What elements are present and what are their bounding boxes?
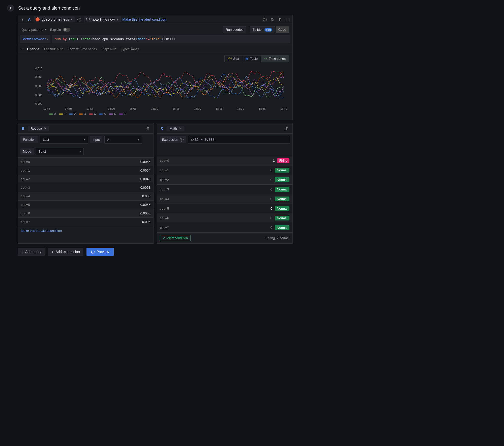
table-row: cpu=10.0054 [18,166,154,175]
explain-toggle[interactable] [63,28,70,32]
delete-query-button[interactable]: 🗑 [277,16,283,22]
svg-text:0.008: 0.008 [35,76,42,79]
query-help-button[interactable]: ? [262,16,268,22]
row-value: 1 [273,159,275,162]
svg-text:18:25: 18:25 [216,107,223,110]
viz-stat-tab[interactable]: 12.4━ Stat [225,55,242,62]
delete-panel-c-button[interactable]: 🗑 [284,125,290,131]
legend-item[interactable]: 5 [99,112,106,116]
legend-label: 2 [74,112,76,116]
legend-item[interactable]: 4 [89,112,96,116]
table-row: cpu=00.0066 [18,157,154,166]
status-badge: Normal [275,177,289,182]
explain-label: Explain [50,28,61,32]
legend-label: 3 [84,112,86,116]
table-row: cpu=30.0058 [18,183,154,192]
svg-text:0.010: 0.010 [35,67,42,70]
viz-timeseries-tab[interactable]: 〰 Time series [261,55,289,62]
row-key: cpu=1 [160,168,169,172]
legend-item[interactable]: 1 [59,112,66,116]
status-badge: Normal [275,206,289,211]
duplicate-query-button[interactable]: ⧉ [269,16,275,22]
svg-text:0.004: 0.004 [35,93,42,96]
datasource-name: gdev-prometheus [42,17,69,21]
stat-icon: 12.4━ [228,57,232,60]
make-alert-condition-link[interactable]: Make this the alert condition [122,17,166,21]
row-value: 0.0056 [140,203,151,207]
legend-swatch [59,114,63,115]
svg-text:17:50: 17:50 [65,107,72,110]
table-row: cpu=70.006 [18,217,154,226]
panel-b-name: Reduce [31,127,42,130]
legend-swatch [79,114,83,115]
row-value: 0.005 [142,194,151,198]
run-queries-button[interactable]: Run queries [223,26,246,33]
chevron-down-icon: ▾ [79,150,81,153]
svg-text:18:10: 18:10 [151,107,158,110]
drag-handle[interactable]: ⋮⋮ [284,16,290,22]
builder-tab[interactable]: Builder Beta [250,26,275,33]
beta-badge: Beta [264,28,272,32]
mode-select[interactable]: Strict ▾ [36,148,84,155]
row-value: 0.0058 [140,186,151,189]
panel-c-letter: C [160,126,165,130]
add-expression-button[interactable]: Add expression [48,248,83,256]
input-select[interactable]: A ▾ [104,136,142,144]
legend-swatch [109,114,113,115]
viz-table-tab[interactable]: ▦ Table [242,55,261,62]
preview-button[interactable]: Preview [86,248,114,256]
legend-item[interactable]: 6 [109,112,116,116]
row-key: cpu=5 [21,203,30,207]
format-option: Format: Time series [68,47,97,51]
svg-text:18:30: 18:30 [237,107,244,110]
panel-b: B Reduce ✎ 🗑 Function Last ▾ Input A ▾ M… [18,123,154,244]
add-query-label: Add query [25,250,41,254]
datasource-picker[interactable]: gdev-prometheus ▾ [34,16,75,22]
legend-item[interactable]: 2 [69,112,76,116]
row-value: 0.006 [142,220,151,224]
time-range-picker[interactable]: now-1h to now ▾ [84,16,121,22]
legend-swatch [49,114,53,115]
datasource-help-button[interactable]: i [76,16,82,22]
panel-c-type[interactable]: Math ✎ [167,126,184,131]
legend-label: 7 [124,112,126,116]
function-select[interactable]: Last ▾ [40,136,88,144]
svg-text:18:05: 18:05 [130,107,137,110]
row-value: 0.0048 [140,177,151,181]
function-label: Function [20,136,38,143]
function-value: Last [43,138,49,142]
panel-b-type[interactable]: Reduce ✎ [28,126,49,131]
legend-item[interactable]: 0 [49,112,56,116]
add-query-button[interactable]: Add query [18,248,45,256]
query-patterns-dropdown[interactable]: Query patterns ▾ [21,28,47,32]
status-badge: Normal [275,168,289,173]
legend-item[interactable]: 7 [119,112,126,116]
table-row: cpu=60.0058 [18,209,154,217]
table-row: cpu=40Normal [157,194,293,204]
legend-swatch [119,114,123,115]
input-value: A [107,138,109,142]
builder-label: Builder [252,28,262,32]
row-value: 0 [271,168,272,172]
status-badge: Firing [277,158,289,163]
step-number-badge: 1 [7,5,14,12]
legend-item[interactable]: 3 [79,112,86,116]
row-key: cpu=7 [21,220,30,224]
alert-condition-badge: ✓ Alert condition [160,235,191,241]
delete-panel-b-button[interactable]: 🗑 [145,125,151,131]
query-options-row[interactable]: › Options Legend: Auto Format: Time seri… [18,45,292,53]
expression-label: Expression i [160,136,186,143]
collapse-toggle[interactable]: ▾ [20,16,25,22]
metrics-browser-button[interactable]: Metrics browser › [20,35,50,43]
row-value: 0 [271,216,272,220]
legend-label: 5 [104,112,106,116]
svg-text:17:55: 17:55 [86,107,94,110]
panel-b-make-alert-link[interactable]: Make this the alert condition [21,229,62,233]
query-code-input[interactable]: sum by (cpu) (rate(node_cpu_seconds_tota… [52,35,290,43]
code-tab[interactable]: Code [276,26,289,33]
svg-text:18:20: 18:20 [194,107,201,110]
chevron-down-icon: ▾ [138,138,139,141]
row-value: 0 [271,226,272,230]
expression-input[interactable] [188,136,290,144]
svg-text:18:40: 18:40 [280,107,287,110]
